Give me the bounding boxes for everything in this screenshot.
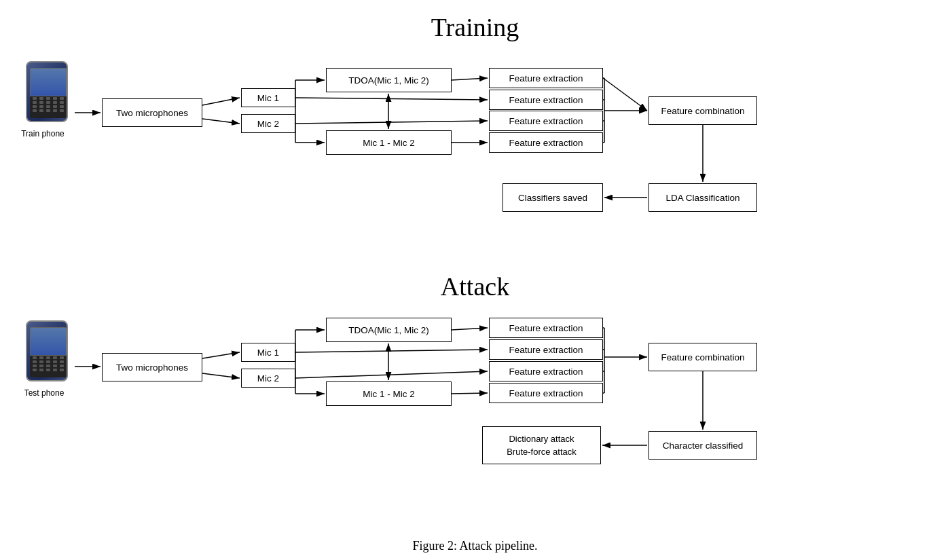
svg-line-40 [295, 371, 488, 378]
train-phone [26, 61, 73, 126]
attack-title: Attack [0, 272, 950, 301]
attack-feat1: Feature extraction [489, 318, 603, 338]
attack-two-mics: Two microphones [102, 353, 202, 381]
svg-line-11 [295, 121, 488, 124]
figure-caption: Figure 2: Attack pipeline. [0, 539, 950, 553]
training-feat1: Feature extraction [489, 68, 603, 88]
svg-line-29 [202, 373, 240, 378]
attack-feat4: Feature extraction [489, 383, 603, 403]
training-mic-diff: Mic 1 - Mic 2 [326, 130, 452, 155]
attack-attacks: Dictionary attack Brute-force attack [482, 426, 601, 464]
attack-feat-combo: Feature combination [648, 343, 757, 371]
training-tdoa: TDOA(Mic 1, Mic 2) [326, 68, 452, 92]
svg-line-41 [452, 393, 488, 394]
attack-char-classified: Character classified [648, 431, 757, 460]
test-phone-label: Test phone [14, 388, 75, 398]
attack-feat3: Feature extraction [489, 361, 603, 381]
attack-feat2: Feature extraction [489, 339, 603, 360]
training-title: Training [0, 12, 950, 42]
svg-line-38 [452, 328, 488, 330]
training-two-mics: Two microphones [102, 98, 202, 127]
training-lda: LDA Classification [648, 183, 757, 212]
training-classifiers: Classifiers saved [503, 183, 603, 212]
training-feat4: Feature extraction [489, 132, 603, 153]
training-mic1: Mic 1 [241, 88, 295, 107]
train-phone-label: Train phone [12, 129, 73, 138]
training-feat2: Feature extraction [489, 90, 603, 110]
test-phone [26, 320, 73, 385]
svg-line-10 [295, 98, 488, 100]
svg-line-28 [202, 352, 240, 358]
attack-mic-diff: Mic 1 - Mic 2 [326, 381, 452, 406]
diagram-container: Training Attack Train phone Two micropho… [0, 0, 950, 560]
training-mic2: Mic 2 [241, 114, 295, 133]
attack-mic2: Mic 2 [241, 369, 295, 388]
svg-line-39 [295, 350, 488, 352]
attack-brute: Brute-force attack [507, 445, 577, 459]
training-feat-combo: Feature combination [648, 96, 757, 125]
svg-line-3 [202, 98, 240, 105]
svg-line-16 [603, 78, 647, 111]
training-feat3: Feature extraction [489, 111, 603, 131]
attack-tdoa: TDOA(Mic 1, Mic 2) [326, 318, 452, 342]
svg-line-4 [202, 119, 240, 124]
attack-mic1: Mic 1 [241, 343, 295, 362]
attack-dict: Dictionary attack [509, 432, 574, 446]
svg-line-9 [452, 78, 488, 80]
